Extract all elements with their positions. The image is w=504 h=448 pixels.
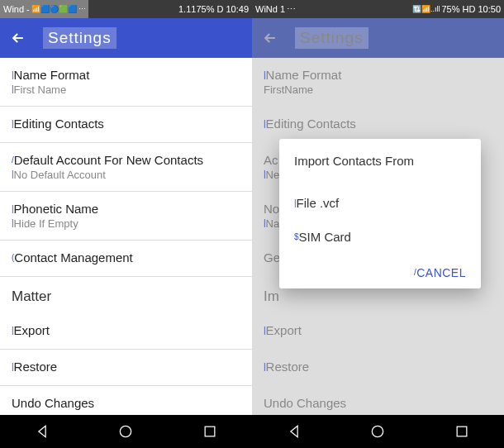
status-extra: 75% HD 10:50 xyxy=(441,4,501,14)
nav-back-icon[interactable] xyxy=(286,423,302,440)
settings-list[interactable]: |Name Format |First Name |Editing Contac… xyxy=(0,58,252,415)
item-undo: Undo Changes xyxy=(252,386,504,415)
nav-home-icon[interactable] xyxy=(117,423,134,440)
carrier-text: WiNd 1 xyxy=(255,4,285,14)
dialog-title: Import Contacts From xyxy=(294,154,466,168)
item-restore[interactable]: |Restore xyxy=(0,350,252,386)
status-extra: 1.1175% D 10:49 xyxy=(178,4,249,14)
app-bar: Settings xyxy=(0,18,252,58)
status-dots: ⋯ xyxy=(287,4,296,15)
section-matter: Matter xyxy=(0,277,252,313)
import-dialog: Import Contacts From |File .vcf $SIM Car… xyxy=(279,139,481,288)
nav-recent-icon[interactable] xyxy=(454,423,470,440)
svg-rect-1 xyxy=(205,427,215,436)
item-editing-contacts: |Editing Contacts xyxy=(252,107,504,143)
item-name-format[interactable]: |Name Format |First Name xyxy=(0,58,252,107)
svg-point-0 xyxy=(121,426,131,436)
nav-bar xyxy=(0,415,252,448)
nav-recent-icon[interactable] xyxy=(202,423,218,440)
dialog-option-sim[interactable]: $SIM Card xyxy=(294,220,466,254)
back-icon[interactable] xyxy=(10,30,26,46)
status-bar: WiNd 1 ⋯ 🔃📶..ıll 75% HD 10:50 xyxy=(252,0,504,18)
status-icons: 🔃📶..ıll xyxy=(412,5,440,13)
carrier-text: Wind - xyxy=(3,4,30,14)
nav-bar xyxy=(252,415,504,448)
status-bar: Wind - 📶🟦🔵🟩🟦 ⋯ 1.1175% D 10:49 xyxy=(0,0,252,18)
item-phonetic-name[interactable]: |Phonetic Name |Hide If Empty xyxy=(0,192,252,241)
item-editing-contacts[interactable]: |Editing Contacts xyxy=(0,107,252,143)
svg-point-2 xyxy=(373,426,383,436)
nav-back-icon[interactable] xyxy=(34,423,50,440)
item-export[interactable]: |Export xyxy=(0,313,252,350)
item-export: |Export xyxy=(252,313,504,350)
app-bar: Settings xyxy=(252,18,504,58)
app-title: Settings xyxy=(295,27,368,49)
item-contact-mgmt[interactable]: (Contact Management xyxy=(0,241,252,277)
phone-right: WiNd 1 ⋯ 🔃📶..ıll 75% HD 10:50 Settings |… xyxy=(252,0,504,448)
item-restore: |Restore xyxy=(252,350,504,386)
phone-left: Wind - 📶🟦🔵🟩🟦 ⋯ 1.1175% D 10:49 Settings … xyxy=(0,0,252,448)
status-app-icons: 📶🟦🔵🟩🟦 ⋯ xyxy=(31,5,87,13)
item-undo[interactable]: Undo Changes xyxy=(0,386,252,415)
cancel-button[interactable]: /CANCEL xyxy=(414,266,466,279)
nav-home-icon[interactable] xyxy=(369,423,386,440)
dialog-option-vcf[interactable]: |File .vcf xyxy=(294,186,466,220)
app-title: Settings xyxy=(43,27,116,49)
item-name-format: |Name Format FirstName xyxy=(252,58,504,107)
svg-rect-3 xyxy=(457,427,467,436)
item-default-account[interactable]: /Default Account For New Contacts |No De… xyxy=(0,143,252,192)
back-icon[interactable] xyxy=(262,30,278,46)
